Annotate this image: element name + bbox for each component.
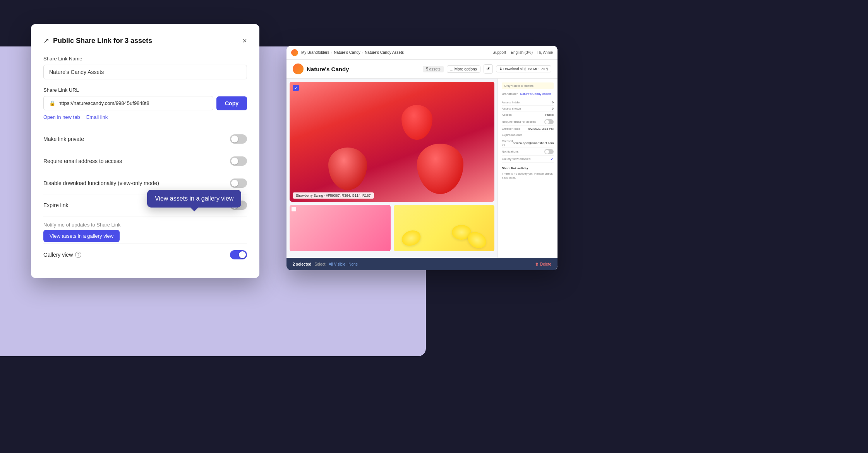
sidebar-assets-shown-key: Assets shown bbox=[502, 107, 521, 110]
gallery-view-tooltip: View assets in a gallery view bbox=[147, 190, 241, 208]
notify-label: Notify me of updates to Share Link bbox=[43, 216, 247, 230]
app-window: My Brandfolders › Nature's Candy › Natur… bbox=[286, 46, 558, 270]
delete-button[interactable]: 🗑 Delete bbox=[535, 262, 551, 266]
sidebar-assets-hidden-row: Assets hidden 0 bbox=[502, 100, 554, 106]
disable-download-toggle[interactable] bbox=[230, 178, 247, 188]
breadcrumb-level1[interactable]: Nature's Candy bbox=[334, 50, 360, 55]
make-link-private-label: Make link private bbox=[43, 136, 84, 142]
gallery-view-slider bbox=[230, 250, 247, 259]
sidebar-assets-hidden-val: 0 bbox=[552, 101, 554, 104]
breadcrumb-level2[interactable]: Nature's Candy Assets bbox=[365, 50, 404, 55]
make-link-private-toggle[interactable] bbox=[230, 134, 247, 144]
view-assets-button[interactable]: View assets in a gallery view bbox=[43, 230, 120, 242]
thumb-yellow bbox=[394, 205, 495, 251]
strawberry-main bbox=[417, 144, 463, 194]
sidebar-access-val: Public bbox=[545, 113, 554, 117]
sidebar-assets-shown-val: 5 bbox=[552, 107, 554, 110]
sidebar-notifications-toggle[interactable] bbox=[544, 149, 554, 154]
sidebar-gallery-view-val: ✓ bbox=[551, 157, 554, 161]
sidebar-access-key: Access bbox=[502, 113, 512, 117]
hero-checkmark: ✓ bbox=[294, 86, 297, 90]
disable-download-label: Disable download functionality (view-onl… bbox=[43, 180, 159, 186]
select-all-link[interactable]: All Visible bbox=[329, 262, 345, 266]
sidebar-require-email-toggle[interactable] bbox=[544, 119, 554, 124]
email-link[interactable]: Email link bbox=[86, 114, 108, 120]
sidebar-creation-date-row: Creation date 9/2/2022, 3:53 PM bbox=[502, 126, 554, 132]
expire-link-label: Expire link bbox=[43, 202, 69, 208]
selected-count: 2 selected bbox=[293, 262, 311, 266]
modal-title-group: ↗ Public Share Link for 3 assets bbox=[43, 36, 152, 45]
sidebar-assets-hidden-key: Assets hidden bbox=[502, 101, 521, 104]
gallery-view-row: Gallery view ? bbox=[43, 244, 247, 266]
sidebar-notifications-row: Notifications bbox=[502, 148, 554, 156]
brand-logo bbox=[293, 63, 304, 74]
support-link[interactable]: Support bbox=[492, 50, 506, 55]
select-label: Select: bbox=[314, 262, 326, 266]
refresh-button[interactable]: ↺ bbox=[484, 64, 493, 74]
copy-button[interactable]: Copy bbox=[216, 96, 247, 110]
language-selector[interactable]: English (3%) bbox=[511, 50, 533, 55]
more-options-button[interactable]: ... More options bbox=[447, 65, 480, 73]
share-link-name-group: Share Link Name bbox=[43, 56, 247, 79]
download-button[interactable]: ⬇ Download all (0.63 MP · ZIP) bbox=[496, 65, 551, 72]
header-actions: 5 assets ... More options ↺ ⬇ Download a… bbox=[423, 64, 551, 74]
share-link-name-input[interactable] bbox=[43, 65, 247, 79]
sidebar-expiration-row: Expiration date bbox=[502, 132, 554, 138]
thumb-pink-check[interactable] bbox=[292, 207, 296, 211]
sidebar-activity-text: There is no activity yet. Please check b… bbox=[502, 172, 554, 180]
gallery-view-label: Gallery view bbox=[43, 252, 73, 258]
sidebar-gallery-view-key: Gallery view enabled bbox=[502, 157, 530, 161]
app-header: Nature's Candy 5 assets ... More options… bbox=[286, 60, 558, 79]
sidebar-access-row: Access Public bbox=[502, 112, 554, 118]
sidebar-created-by-key: Created by bbox=[502, 139, 513, 146]
require-email-toggle[interactable] bbox=[230, 156, 247, 166]
modal-header: ↗ Public Share Link for 3 assets × bbox=[43, 36, 247, 45]
breadcrumb-root[interactable]: My Brandfolders bbox=[301, 50, 329, 55]
sidebar-creation-date-key: Creation date bbox=[502, 127, 520, 130]
sidebar-created-by-row: Created by annica.opel@smartsheet.com bbox=[502, 138, 554, 148]
sidebar-expiration-key: Expiration date bbox=[502, 133, 522, 137]
strawberry-small bbox=[401, 105, 432, 140]
hero-image-label: Strawberry Swing · #F59367, R364, G114, … bbox=[293, 192, 374, 199]
brandfolder-logo bbox=[291, 49, 298, 56]
sidebar-activity-title: Share link activity bbox=[502, 166, 554, 170]
lemon3 bbox=[400, 228, 423, 249]
require-email-slider bbox=[230, 156, 247, 166]
sidebar-brandfolder-link[interactable]: Nature's Candy Assets bbox=[520, 92, 551, 96]
link-actions: Open in new tab Email link bbox=[43, 114, 247, 120]
require-email-row: Require email address to access bbox=[43, 150, 247, 172]
gallery-info-icon[interactable]: ? bbox=[75, 252, 81, 258]
sidebar-created-by-val: annica.opel@smartsheet.com bbox=[513, 141, 554, 145]
sidebar-panel: Only visible to editors Brandfolder Natu… bbox=[497, 79, 558, 269]
user-menu[interactable]: Hi, Annie bbox=[537, 50, 553, 55]
open-new-tab-link[interactable]: Open in new tab bbox=[43, 114, 80, 120]
share-link-url-group: Share Link URL 🔒 https://naturescandy.co… bbox=[43, 87, 247, 120]
thumbnail-row bbox=[290, 205, 494, 251]
lock-icon: 🔒 bbox=[49, 100, 55, 106]
share-icon: ↗ bbox=[43, 36, 49, 45]
sidebar-editors-note: Only visible to editors bbox=[502, 82, 554, 89]
make-link-private-slider bbox=[230, 134, 247, 144]
main-area: ✓ Strawberry Swing · #F59367, R364, G114… bbox=[286, 79, 497, 269]
close-button[interactable]: × bbox=[242, 37, 247, 45]
gallery-label-group: Gallery view ? bbox=[43, 252, 81, 258]
sidebar-require-email-key: Require email for access bbox=[502, 120, 536, 124]
url-input-group: 🔒 https://naturescandy.com/99845uf9848t8… bbox=[43, 96, 247, 110]
sidebar-creation-date-val: 9/2/2022, 3:53 PM bbox=[528, 127, 554, 130]
asset-count: 5 assets bbox=[423, 66, 443, 72]
sidebar-brandfolder-label: Brandfolder bbox=[502, 92, 518, 96]
strawberry-left bbox=[328, 148, 367, 190]
brand-logo-group: Nature's Candy bbox=[293, 63, 349, 74]
select-none-link[interactable]: None bbox=[348, 262, 358, 266]
share-link-name-label: Share Link Name bbox=[43, 56, 247, 62]
thumb-pink bbox=[290, 205, 391, 251]
share-link-modal: ↗ Public Share Link for 3 assets × Share… bbox=[31, 24, 259, 278]
app-content: ✓ Strawberry Swing · #F59367, R364, G114… bbox=[286, 79, 558, 269]
sidebar-gallery-view-row: Gallery view enabled ✓ bbox=[502, 156, 554, 163]
modal-title: Public Share Link for 3 assets bbox=[53, 37, 152, 45]
sidebar-require-email-row: Require email for access bbox=[502, 118, 554, 126]
hero-checkbox[interactable]: ✓ bbox=[293, 85, 299, 91]
sidebar-assets-shown-row: Assets shown 5 bbox=[502, 106, 554, 112]
gallery-view-toggle[interactable] bbox=[230, 250, 247, 259]
share-link-url-label: Share Link URL bbox=[43, 87, 247, 93]
